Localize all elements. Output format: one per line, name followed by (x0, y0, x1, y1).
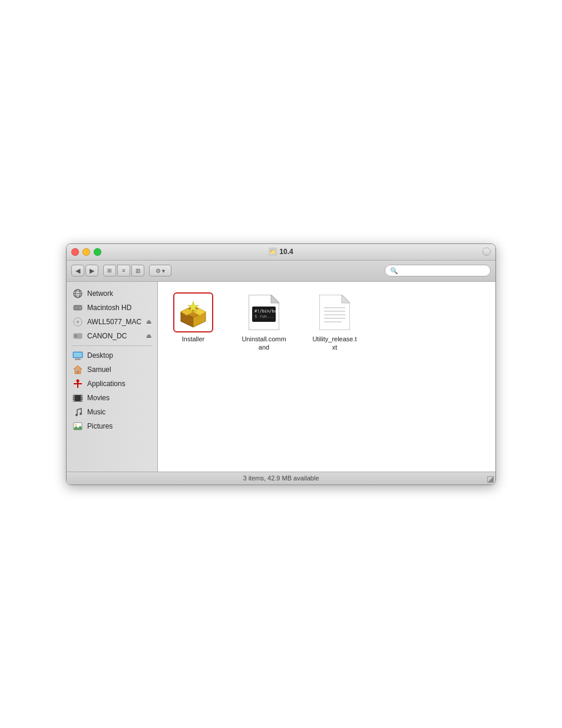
sidebar-applications-label: Applications (87, 380, 125, 388)
sidebar-item-samuel[interactable]: Samuel (67, 363, 157, 377)
list-view-icon: ≡ (122, 268, 125, 274)
disc-icon (72, 317, 83, 327)
svg-point-30 (75, 414, 78, 416)
sidebar-item-awll5077[interactable]: AWLL5077_MAC ⏏ (67, 315, 157, 329)
svg-rect-15 (75, 359, 81, 360)
gear-icon: ⚙ (156, 268, 161, 274)
search-box[interactable]: 🔍 (385, 265, 491, 276)
sidebar-desktop-label: Desktop (87, 351, 113, 360)
sidebar-item-canon-dc[interactable]: CANON_DC ⏏ (67, 329, 157, 343)
back-icon: ◀ (75, 267, 80, 275)
hard-drive-icon (72, 302, 83, 313)
column-view-button[interactable]: ▥ (131, 265, 144, 276)
svg-point-31 (80, 413, 82, 415)
action-arrow-icon: ▾ (162, 268, 165, 274)
window-title-text: 10.4 (279, 248, 293, 256)
icon-view-button[interactable]: ⊞ (103, 265, 116, 276)
sidebar-samuel-label: Samuel (87, 365, 111, 374)
svg-marker-46 (342, 295, 350, 303)
sidebar-item-desktop[interactable]: Desktop (67, 348, 157, 363)
movies-icon (72, 393, 83, 403)
sidebar-divider-1 (71, 345, 153, 346)
svg-point-33 (75, 424, 77, 426)
svg-text:$ run...: $ run... (254, 314, 275, 319)
svg-text:#!/bin/bash: #!/bin/bash (254, 309, 279, 314)
svg-rect-12 (75, 335, 77, 337)
toolbar: ◀ ▶ ⊞ ≡ ▥ ⚙ ▾ 🔍 (67, 261, 495, 282)
sidebar-item-macintosh-hd[interactable]: Macintosh HD (67, 301, 157, 315)
applications-icon (72, 378, 83, 389)
command-icon-wrap: #!/bin/bash $ run... (245, 294, 283, 331)
eject-icon-canon[interactable]: ⏏ (146, 332, 151, 339)
utility-release-label: Utility_release.txt (311, 335, 358, 352)
search-icon: 🔍 (390, 267, 398, 275)
network-icon (72, 288, 83, 299)
sidebar-pictures-label: Pictures (87, 422, 113, 430)
svg-rect-18 (77, 371, 79, 374)
svg-rect-14 (76, 358, 80, 359)
sidebar-item-pictures[interactable]: Pictures (67, 419, 157, 433)
resize-handle[interactable]: ◪ (487, 474, 494, 483)
forward-icon: ▶ (90, 267, 94, 275)
nav-buttons: ◀ ▶ (71, 265, 98, 276)
close-button[interactable] (71, 248, 79, 256)
installer-label: Installer (182, 335, 205, 343)
column-view-icon: ▥ (135, 268, 141, 274)
uninstall-command-label: Uninstall.command (240, 335, 287, 352)
finder-window: 📁 10.4 ◀ ▶ ⊞ ≡ ▥ ⚙ ▾ (66, 243, 496, 485)
eject-icon-awll[interactable]: ⏏ (146, 318, 151, 325)
sidebar-item-movies[interactable]: Movies (67, 391, 157, 405)
status-text: 3 items, 42.9 MB available (243, 475, 319, 482)
window-zoom-button[interactable] (482, 248, 491, 256)
svg-rect-25 (73, 397, 75, 398)
search-input[interactable] (401, 267, 485, 274)
sidebar-network-label: Network (87, 289, 113, 298)
svg-rect-16 (74, 353, 82, 357)
forward-button[interactable]: ▶ (85, 265, 98, 276)
folder-icon: 📁 (269, 248, 277, 256)
desktop-icon (72, 350, 83, 361)
sidebar-awll5077-label: AWLL5077_MAC (87, 318, 141, 326)
music-icon (72, 407, 83, 417)
sidebar-item-applications[interactable]: Applications (67, 377, 157, 391)
svg-marker-41 (271, 295, 279, 303)
icon-view-icon: ⊞ (107, 268, 112, 274)
finder-body: Network Macintosh HD (67, 282, 495, 472)
list-view-button[interactable]: ≡ (117, 265, 130, 276)
file-item-utility-release[interactable]: Utility_release.txt (311, 294, 358, 352)
installer-icon-wrap (174, 294, 212, 331)
title-bar: 📁 10.4 (67, 244, 495, 261)
sidebar: Network Macintosh HD (67, 282, 158, 472)
sidebar-music-label: Music (87, 408, 105, 416)
action-button[interactable]: ⚙ ▾ (149, 265, 171, 276)
file-item-installer[interactable]: Installer (170, 294, 217, 343)
status-bar: 3 items, 42.9 MB available ◪ (67, 472, 495, 485)
sidebar-item-network[interactable]: Network (67, 286, 157, 301)
home-icon (72, 364, 83, 375)
traffic-lights (71, 248, 101, 256)
removable-drive-icon (72, 331, 83, 341)
sidebar-canon-dc-label: CANON_DC (87, 332, 127, 340)
svg-rect-26 (73, 400, 75, 401)
sidebar-item-music[interactable]: Music (67, 405, 157, 419)
text-icon-wrap (316, 294, 353, 331)
back-button[interactable]: ◀ (71, 265, 84, 276)
svg-point-9 (77, 321, 79, 323)
minimize-button[interactable] (82, 248, 90, 256)
svg-rect-24 (73, 396, 75, 397)
file-item-uninstall-command[interactable]: #!/bin/bash $ run... Uninstall.command (240, 294, 287, 352)
svg-rect-29 (81, 400, 82, 401)
svg-rect-19 (76, 369, 78, 371)
svg-rect-27 (81, 396, 82, 397)
pictures-icon (72, 421, 83, 431)
maximize-button[interactable] (94, 248, 101, 256)
sidebar-macintosh-hd-label: Macintosh HD (87, 304, 131, 312)
sidebar-movies-label: Movies (87, 394, 110, 402)
svg-rect-28 (81, 397, 82, 398)
view-buttons: ⊞ ≡ ▥ (103, 265, 144, 276)
file-area: Installer #!/bin/bash $ run... Uninstall… (158, 282, 495, 472)
window-title: 📁 10.4 (269, 248, 293, 256)
svg-point-6 (80, 307, 81, 308)
